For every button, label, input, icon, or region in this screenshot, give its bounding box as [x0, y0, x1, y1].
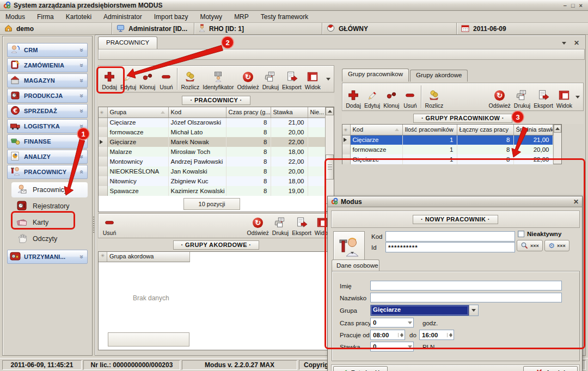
table-row[interactable]: Gięciarze1822,00 [342, 154, 553, 164]
sidebar-item-logistyka[interactable]: LOGISTYKA » [7, 119, 88, 133]
table-cell[interactable]: 8 [457, 145, 513, 154]
view-button[interactable]: Widok [303, 67, 322, 91]
sidebar-item-crm[interactable]: CRM » [7, 43, 88, 57]
column-header-grupa[interactable]: Grupa [107, 107, 168, 118]
table-cell[interactable] [308, 127, 325, 137]
table-cell[interactable]: Cięciarze [107, 118, 168, 127]
table-row[interactable]: NIEOKREŚLONAJan Kowalski820,00 [99, 166, 325, 176]
table-cell[interactable]: Józef Olszarowski [168, 118, 226, 127]
row-marker[interactable] [99, 166, 107, 176]
toolbar-more-icon[interactable] [575, 96, 580, 98]
add-button[interactable]: Dodaj [100, 67, 119, 91]
table-row[interactable]: MalarzeMirosław Toch818,00 [99, 147, 325, 157]
print-button[interactable]: Drukuj [512, 84, 532, 109]
sidebar-item-analizy[interactable]: ANALIZY » [7, 150, 88, 164]
table-cell[interactable] [308, 157, 325, 166]
column-header-kod[interactable]: Kod [168, 107, 226, 118]
refresh-button[interactable]: ↻ Odśwież [235, 67, 260, 91]
menu-testy-framework[interactable]: Testy framework [260, 12, 309, 22]
view-button[interactable]: Widok [555, 84, 574, 109]
table-cell[interactable]: Gięciarze [107, 137, 168, 147]
row-marker[interactable] [99, 186, 107, 196]
table-cell[interactable]: Michał Lato [168, 127, 226, 137]
row-marker[interactable] [99, 157, 107, 166]
clone-button[interactable]: Klonuj [382, 84, 401, 109]
table-cell[interactable] [308, 147, 325, 157]
chevron-down-icon[interactable] [469, 305, 478, 316]
group-combobox[interactable]: Gięciarze [370, 305, 479, 316]
scroll-thumb[interactable] [326, 154, 334, 180]
settle-button[interactable]: Rozlicz [423, 84, 445, 109]
last-name-input[interactable] [370, 293, 562, 302]
menu-modus[interactable]: Modus [4, 12, 26, 22]
tab-list-dropdown-icon[interactable] [562, 42, 566, 45]
table-cell[interactable]: 8 [226, 118, 271, 127]
sidebar-item-karty[interactable]: Karty [11, 215, 88, 230]
row-marker[interactable] [99, 176, 107, 186]
table-cell[interactable]: 20,00 [271, 127, 308, 137]
table-cell[interactable]: 8 [457, 135, 513, 145]
table-row[interactable]: Cięciarze1821,00 [342, 135, 553, 145]
table-cell[interactable] [308, 137, 325, 147]
table-cell[interactable]: 22,00 [271, 137, 308, 147]
export-button[interactable]: Eksport [532, 84, 555, 109]
column-header-czas[interactable]: Czas pracy (g... [226, 107, 271, 118]
export-button[interactable]: Eksport [290, 215, 313, 237]
maximize-button[interactable]: □ [571, 2, 575, 9]
table-cell[interactable]: 22,00 [513, 154, 553, 164]
table-cell[interactable]: Mirosław Toch [168, 147, 226, 157]
groups-scrollbar[interactable] [553, 125, 562, 164]
add-button[interactable]: Dodaj [344, 84, 363, 109]
works-from-spinner[interactable]: 08:00 [370, 330, 405, 340]
works-to-spinner[interactable]: 16:00 [419, 330, 454, 340]
print-button[interactable]: Drukuj [261, 67, 280, 91]
table-cell[interactable]: 20,00 [513, 145, 553, 154]
menu-mrp[interactable]: MRP [233, 12, 250, 22]
export-button[interactable]: Eksport [280, 67, 303, 91]
sidebar-item-rejestratory[interactable]: Rejestratory [11, 199, 88, 214]
table-cell[interactable]: Marek Nowak [168, 137, 226, 147]
print-button[interactable]: Drukuj [271, 215, 290, 237]
column-header-laczny[interactable]: Łączny czas pracy [457, 125, 513, 135]
delete-button[interactable]: Usuń [100, 215, 119, 237]
kod-input[interactable] [385, 231, 515, 242]
table-cell[interactable]: 8 [457, 154, 513, 164]
tab-grupy-akordowe[interactable]: Grupy akordowe [410, 70, 468, 82]
refresh-button[interactable]: ↻ Odśwież [487, 84, 512, 109]
table-row[interactable]: GięciarzeMarek Nowak822,00 [99, 137, 325, 147]
employee-photo-placeholder[interactable] [333, 231, 365, 263]
sidebar-item-odczyty[interactable]: Odczyty [11, 231, 88, 246]
column-header-srednia[interactable]: Średnia stawka [513, 125, 553, 135]
table-cell[interactable]: Jan Kowalski [168, 166, 226, 176]
identifier-button[interactable]: Identyfikator [201, 67, 235, 91]
menu-administrator[interactable]: Administrator [102, 12, 143, 22]
menu-motywy[interactable]: Motywy [199, 12, 223, 22]
table-cell[interactable]: Kazimierz Kowalski [168, 186, 226, 196]
sidebar-item-pracownicy-sub[interactable]: Pracownicy [11, 182, 88, 197]
spinner-arrows-icon[interactable] [447, 333, 454, 337]
table-row[interactable]: formowacze1820,00 [342, 145, 553, 154]
settle-button[interactable]: Rozlicz [179, 67, 201, 91]
menu-kartoteki[interactable]: Kartoteki [65, 12, 93, 22]
chevron-down-icon[interactable] [408, 321, 412, 324]
rate-combobox[interactable]: 0 [370, 342, 414, 351]
delete-button[interactable]: Usuń [401, 84, 419, 109]
table-cell[interactable]: 22,00 [271, 157, 308, 166]
table-cell[interactable]: 18,00 [271, 176, 308, 186]
table-cell[interactable]: 20,00 [271, 166, 308, 176]
menu-firma[interactable]: Firma [36, 12, 55, 22]
table-cell[interactable] [308, 186, 325, 196]
tab-dane-osobowe[interactable]: Dane osobowe [332, 259, 379, 271]
table-row[interactable]: formowaczeMichał Lato820,00 [99, 127, 325, 137]
table-cell[interactable]: Zbigniew Kuc [168, 176, 226, 186]
table-row[interactable]: SpawaczeKazimierz Kowalski819,00 [99, 186, 325, 196]
close-button[interactable]: × [579, 2, 583, 9]
tab-pracownicy[interactable]: PRACOWNICY [98, 36, 157, 49]
spinner-arrows-icon[interactable] [398, 333, 405, 337]
table-cell[interactable]: 18,00 [271, 147, 308, 157]
delete-button[interactable]: Usuń [157, 67, 175, 91]
row-marker[interactable] [99, 127, 107, 137]
sidebar-item-produkcja[interactable]: PRODUKCJA » [7, 89, 88, 103]
search-id-button[interactable]: ××× [517, 240, 543, 251]
table-cell[interactable]: Cięciarze [350, 135, 402, 145]
